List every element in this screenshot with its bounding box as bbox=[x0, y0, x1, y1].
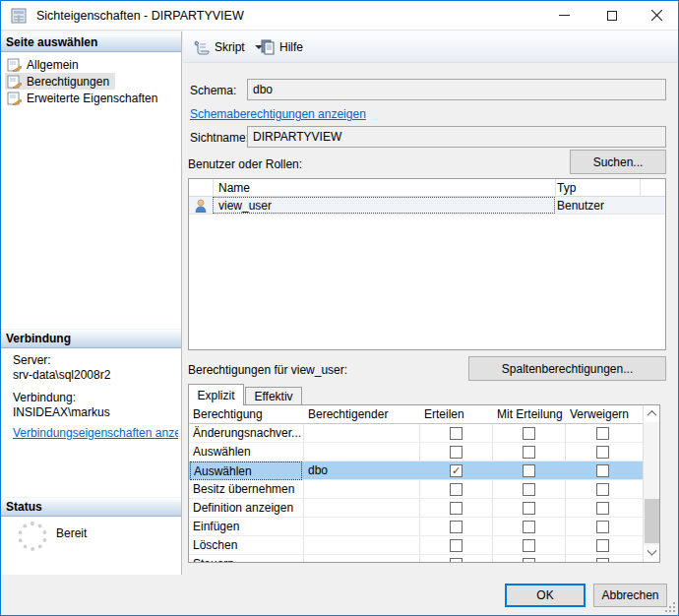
search-button[interactable]: Suchen... bbox=[570, 150, 666, 174]
with-grant-checkbox[interactable] bbox=[523, 539, 535, 552]
sidebar: Seite auswählen Allgemein Berechtigungen… bbox=[1, 31, 182, 575]
col-verweigern[interactable]: Verweigern bbox=[570, 405, 629, 424]
view-properties-dialog: Sichteigenschaften - DIRPARTYVIEW Seite … bbox=[0, 0, 679, 616]
with-grant-checkbox[interactable] bbox=[523, 427, 535, 440]
grant-checkbox[interactable] bbox=[450, 483, 463, 496]
permission-row-selected[interactable]: Auswählen dbo ✓ bbox=[189, 462, 643, 480]
sidebar-item-erweiterte-eigenschaften[interactable]: Erweiterte Eigenschaften bbox=[5, 90, 163, 106]
with-grant-checkbox[interactable] bbox=[523, 521, 535, 533]
permissions-for-label: Berechtigungen für view_user: bbox=[188, 363, 347, 377]
grant-checkbox[interactable] bbox=[450, 539, 463, 552]
grantor-cell bbox=[308, 518, 416, 536]
connection-value: INSIDEAX\markus bbox=[13, 405, 110, 419]
col-berechtigung[interactable]: Berechtigung bbox=[193, 405, 263, 424]
minimize-button[interactable] bbox=[542, 1, 586, 30]
server-value: srv-data\sql2008r2 bbox=[13, 368, 110, 382]
close-button[interactable] bbox=[635, 1, 679, 30]
permission-cell: Auswählen bbox=[193, 443, 301, 462]
permission-row[interactable]: Steuern bbox=[189, 555, 643, 563]
user-row[interactable]: view_user Benutzer bbox=[189, 197, 665, 215]
col-mit-erteilung[interactable]: Mit Erteilung bbox=[497, 405, 563, 424]
grantor-cell bbox=[308, 443, 416, 462]
maximize-button[interactable] bbox=[589, 1, 634, 30]
user-name-cell[interactable]: view_user bbox=[218, 197, 543, 216]
with-grant-checkbox[interactable] bbox=[523, 558, 535, 563]
users-col-name[interactable]: Name bbox=[218, 179, 250, 198]
close-icon bbox=[651, 10, 662, 21]
schema-permissions-link[interactable]: Schemaberechtigungen anzeigen bbox=[190, 107, 366, 121]
deny-checkbox[interactable] bbox=[596, 502, 609, 515]
grant-checkbox[interactable] bbox=[450, 502, 463, 515]
page-icon bbox=[7, 75, 22, 89]
deny-checkbox[interactable] bbox=[596, 464, 609, 477]
view-connection-properties-row: Verbindungseigenschaften anzeigen bbox=[9, 425, 178, 441]
help-button-label: Hilfe bbox=[279, 40, 303, 54]
permission-row[interactable]: Änderungsnachver... bbox=[189, 424, 643, 443]
tab-explizit[interactable]: Explizit bbox=[188, 384, 244, 405]
permission-row[interactable]: Löschen bbox=[189, 536, 643, 555]
ok-button[interactable]: OK bbox=[505, 584, 586, 607]
page-icon bbox=[7, 92, 22, 105]
users-table-header: Name Typ bbox=[189, 179, 665, 197]
with-grant-checkbox[interactable] bbox=[523, 502, 535, 515]
grant-checkbox[interactable] bbox=[450, 558, 463, 563]
permission-cell: Löschen bbox=[193, 536, 301, 555]
with-grant-checkbox[interactable] bbox=[523, 446, 535, 459]
deny-checkbox[interactable] bbox=[596, 427, 609, 440]
permission-cell: Definition anzeigen bbox=[193, 499, 301, 518]
permissions-table-header: Berechtigung Berechtigender Erteilen Mit… bbox=[189, 405, 643, 424]
progress-spinner-icon bbox=[18, 522, 47, 551]
permission-row[interactable]: Auswählen bbox=[189, 443, 643, 462]
grant-checkbox[interactable] bbox=[450, 521, 463, 533]
schema-field[interactable]: dbo bbox=[247, 79, 666, 100]
help-button[interactable]: Hilfe bbox=[255, 34, 308, 59]
deny-checkbox[interactable] bbox=[596, 521, 609, 533]
view-connection-properties-link[interactable]: Verbindungseigenschaften anzeigen bbox=[13, 426, 178, 440]
user-icon bbox=[194, 199, 208, 213]
resize-grip[interactable] bbox=[665, 602, 675, 612]
sidebar-item-allgemein[interactable]: Allgemein bbox=[5, 56, 85, 73]
permission-row[interactable]: Einfügen bbox=[189, 518, 643, 536]
cancel-button[interactable]: Abbrechen bbox=[593, 584, 667, 607]
sidebar-item-label: Berechtigungen bbox=[27, 75, 109, 89]
grant-checkbox[interactable] bbox=[450, 427, 463, 440]
minimize-icon bbox=[559, 15, 570, 16]
grantor-cell bbox=[308, 555, 416, 563]
permission-row[interactable]: Besitz übernehmen bbox=[189, 480, 643, 499]
with-grant-checkbox[interactable] bbox=[523, 464, 535, 477]
permissions-table: Berechtigung Berechtigender Erteilen Mit… bbox=[188, 404, 660, 563]
vertical-scrollbar[interactable] bbox=[643, 405, 659, 562]
dialog-icon bbox=[11, 8, 27, 24]
tab-effektiv[interactable]: Effektiv bbox=[245, 387, 302, 404]
schema-label: Schema: bbox=[190, 84, 236, 97]
view-name-field[interactable]: DIRPARTYVIEW bbox=[247, 126, 666, 148]
col-berechtigender[interactable]: Berechtigender bbox=[308, 405, 388, 424]
scroll-down-button[interactable] bbox=[644, 545, 660, 562]
sidebar-item-berechtigungen[interactable]: Berechtigungen bbox=[5, 73, 115, 90]
permission-cell: Einfügen bbox=[193, 518, 301, 536]
grant-checkbox[interactable]: ✓ bbox=[450, 464, 463, 477]
scroll-up-button[interactable] bbox=[644, 405, 660, 422]
connection-label: Verbindung: bbox=[13, 391, 76, 404]
deny-checkbox[interactable] bbox=[596, 558, 609, 563]
deny-checkbox[interactable] bbox=[596, 446, 609, 459]
deny-checkbox[interactable] bbox=[596, 483, 609, 496]
with-grant-checkbox[interactable] bbox=[523, 483, 535, 496]
column-permissions-button[interactable]: Spaltenberechtigungen... bbox=[468, 356, 666, 381]
script-icon bbox=[193, 39, 211, 55]
user-type-cell[interactable]: Benutzer bbox=[557, 197, 638, 216]
view-name-label: Sichtname: bbox=[190, 131, 249, 145]
sidebar-item-label: Allgemein bbox=[27, 58, 79, 72]
col-erteilen[interactable]: Erteilen bbox=[424, 405, 464, 424]
users-col-typ[interactable]: Typ bbox=[557, 179, 576, 198]
select-page-header: Seite auswählen bbox=[1, 32, 181, 52]
sidebar-item-label: Erweiterte Eigenschaften bbox=[27, 92, 157, 105]
grant-checkbox[interactable] bbox=[450, 446, 463, 459]
deny-checkbox[interactable] bbox=[596, 539, 609, 552]
permission-cell: Änderungsnachver... bbox=[193, 424, 301, 443]
chevron-down-icon bbox=[648, 546, 657, 556]
maximize-icon bbox=[607, 11, 617, 21]
grantor-cell bbox=[308, 424, 416, 443]
permission-row[interactable]: Definition anzeigen bbox=[189, 499, 643, 518]
scrollbar-thumb[interactable] bbox=[645, 499, 659, 543]
